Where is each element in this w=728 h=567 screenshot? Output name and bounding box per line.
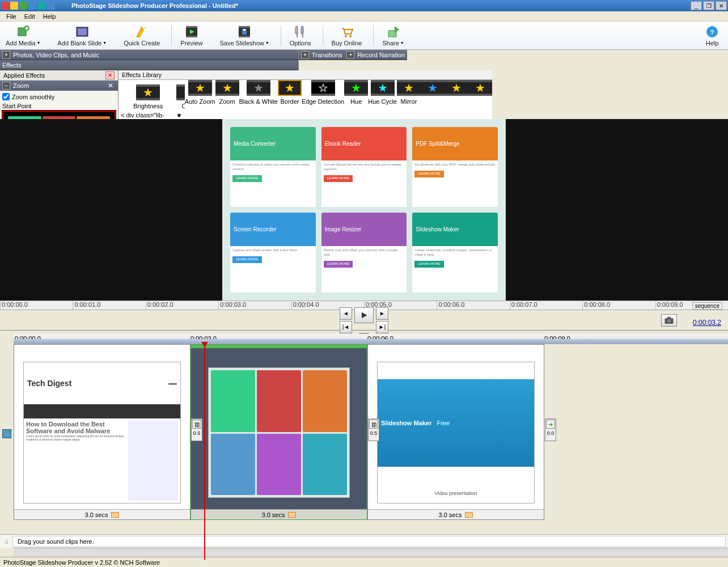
music-note-icon[interactable]: ♫: [0, 535, 12, 548]
start-point-label: Start Point: [2, 103, 116, 109]
transition-marker[interactable]: ▥0.5: [368, 418, 379, 441]
transition-icon[interactable]: ▥: [192, 420, 201, 429]
playhead[interactable]: [204, 344, 205, 560]
preview-icon: [185, 25, 198, 39]
transition-icon[interactable]: ➜: [546, 420, 555, 429]
add-blank-slide-button[interactable]: Add Blank Slide▼: [58, 25, 107, 46]
toolbar-label: Buy Online: [332, 40, 362, 46]
maximize-button[interactable]: ❐: [703, 1, 714, 10]
svg-rect-8: [186, 36, 197, 37]
next-frame-button[interactable]: ►: [376, 307, 388, 320]
effect-hue-cycle[interactable]: ★Hue Cycle: [368, 80, 397, 119]
panel-photos-video-clips[interactable]: + Photos, Video Clips, and Music: [0, 50, 298, 60]
toolbar-separator: [171, 26, 172, 46]
timeline-media-icon[interactable]: [2, 429, 11, 438]
close-icon[interactable]: ✕: [105, 82, 116, 90]
duration-icon[interactable]: [465, 512, 473, 518]
effect-item[interactable]: ★: [468, 80, 492, 119]
share-button[interactable]: Share▼: [382, 25, 404, 46]
toolbar-label: Preview: [180, 40, 202, 46]
zoom-label: Zoom: [13, 82, 29, 89]
quick-icon[interactable]: [10, 2, 18, 10]
audio-track[interactable]: ♫ Drag your sound clips here.: [0, 534, 728, 548]
transition-icon[interactable]: ▥: [369, 420, 378, 429]
timeline-ruler[interactable]: 0:00:00.0 0:00:03.0 0:00:06.0 0:00:09.0: [14, 334, 728, 344]
quick-icon[interactable]: [19, 2, 27, 10]
add-media-button[interactable]: Add Media▼: [6, 25, 41, 46]
timecode[interactable]: 0:00:03.2: [693, 319, 721, 327]
timeline-slide-3[interactable]: Slideshow Maker Free Video presentation …: [367, 344, 544, 520]
panel-label: Transitions: [312, 52, 342, 58]
add-media-icon: [16, 25, 30, 39]
duration-icon[interactable]: [288, 512, 296, 518]
duration-icon[interactable]: [111, 512, 119, 518]
effect-zoom[interactable]: ★Zoom: [215, 80, 239, 119]
toolbar-separator: [281, 26, 281, 46]
options-button[interactable]: Options: [290, 25, 311, 46]
snapshot-button[interactable]: [661, 314, 677, 327]
effect-mirror[interactable]: ★Mirror: [397, 80, 421, 119]
quick-create-button[interactable]: Quick Create: [124, 25, 160, 46]
go-start-button[interactable]: |◄: [340, 321, 352, 333]
timeline-slide-2[interactable]: 3.0 secs ▥0.5: [191, 344, 367, 520]
timeline: •••••• 0:00:00.0 0:00:03.0 0:00:06.0 0:0…: [0, 330, 728, 557]
transition-marker[interactable]: ▥0.5: [191, 418, 202, 441]
toolbar-label: Add Blank Slide: [58, 40, 102, 46]
quick-icon[interactable]: [46, 2, 54, 10]
menu-help[interactable]: Help: [39, 12, 60, 21]
transition-marker[interactable]: ➜0.0: [545, 418, 556, 441]
preview-button[interactable]: Preview: [180, 25, 202, 46]
applied-effects-header: Applied Effects ✕: [0, 70, 118, 81]
expand-icon[interactable]: +: [2, 51, 10, 59]
effect-item[interactable]: ★: [445, 80, 468, 119]
panel-transitions[interactable]: + Transitions: [299, 50, 344, 60]
start-point-thumbnail[interactable]: [2, 111, 116, 119]
toolbar-label: Help: [706, 40, 719, 46]
toolbar-label: Add Media: [6, 40, 36, 46]
zoom-effect-header[interactable]: − Zoom ✕: [0, 81, 118, 91]
toolbar-label: Save Slideshow: [219, 40, 264, 46]
save-slideshow-button[interactable]: Save Slideshow▼: [219, 25, 269, 46]
quick-icons: [1, 2, 54, 10]
delete-effect-button[interactable]: ✕: [105, 71, 115, 79]
card-header: Screen Recorder: [230, 213, 316, 246]
slide-thumbnail: Slideshow Maker Free Video presentation: [377, 362, 535, 503]
quick-icon[interactable]: [1, 2, 9, 10]
svg-rect-10: [239, 26, 250, 28]
effect-item[interactable]: ★: [421, 80, 445, 119]
effect-border[interactable]: ★Border: [278, 80, 302, 119]
effect-auto-zoom[interactable]: ★Auto Zoom: [185, 80, 215, 119]
menu-edit[interactable]: Edit: [20, 12, 39, 21]
quick-icon[interactable]: [28, 2, 36, 10]
effect-crop[interactable]: ★Crop: [176, 84, 184, 109]
go-end-button[interactable]: ►|: [376, 321, 388, 333]
expand-icon[interactable]: +: [346, 51, 354, 59]
quick-icon[interactable]: [37, 2, 45, 10]
effect-brightness[interactable]: ★Brightness: [121, 84, 175, 109]
svg-point-5: [146, 31, 147, 32]
buy-online-button[interactable]: Buy Online: [332, 25, 362, 46]
minimize-button[interactable]: _: [691, 1, 702, 10]
prev-frame-button[interactable]: ◄: [340, 307, 352, 320]
effect-edge-detection[interactable]: ☆Edge Detection: [302, 80, 344, 119]
svg-rect-3: [78, 28, 87, 35]
timeline-scrollbar[interactable]: [14, 548, 728, 557]
card-header: Image Resizer: [321, 213, 407, 246]
expand-icon[interactable]: +: [301, 51, 309, 59]
close-button[interactable]: ✕: [716, 1, 727, 10]
timeline-track[interactable]: Tech Digest▬▬▬ How to Download the Best …: [14, 344, 728, 534]
effect-hue[interactable]: ★Hue: [344, 80, 368, 119]
panel-effects[interactable]: Effects: [0, 60, 298, 70]
zoom-smoothly-checkbox[interactable]: Zoom smoothly: [2, 93, 116, 100]
help-button[interactable]: ? Help: [705, 25, 719, 46]
menu-file[interactable]: File: [2, 12, 20, 21]
effect-black-white[interactable]: ★Black & White: [239, 80, 278, 119]
applied-effects-label: Applied Effects: [3, 72, 45, 79]
toolbar-label: Options: [290, 40, 311, 46]
panel-record-narration[interactable]: + Record Narration: [344, 50, 407, 60]
options-icon: [294, 25, 307, 39]
timeline-slide-1[interactable]: Tech Digest▬▬▬ How to Download the Best …: [14, 344, 191, 520]
collapse-icon[interactable]: −: [2, 82, 10, 90]
play-button[interactable]: [354, 307, 374, 323]
checkbox-input[interactable]: [2, 93, 10, 100]
